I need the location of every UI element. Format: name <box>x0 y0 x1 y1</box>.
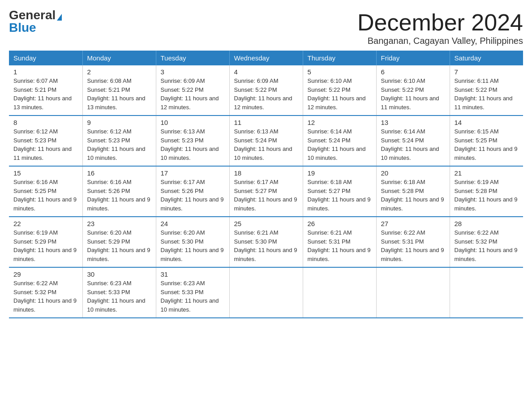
day-number: 24 <box>161 220 225 227</box>
day-info: Sunrise: 6:22 AMSunset: 5:31 PMDaylight:… <box>381 228 445 263</box>
week-row-3: 15Sunrise: 6:16 AMSunset: 5:25 PMDayligh… <box>9 166 523 217</box>
day-info: Sunrise: 6:21 AMSunset: 5:30 PMDaylight:… <box>234 228 298 263</box>
logo: General Blue <box>9 9 62 34</box>
day-cell: 20Sunrise: 6:18 AMSunset: 5:28 PMDayligh… <box>376 166 450 217</box>
day-info: Sunrise: 6:22 AMSunset: 5:32 PMDaylight:… <box>13 279 78 314</box>
day-number: 30 <box>87 270 151 278</box>
day-number: 8 <box>13 119 78 126</box>
day-number: 13 <box>381 119 445 126</box>
day-number: 26 <box>308 220 372 227</box>
day-number: 17 <box>161 169 225 177</box>
day-number: 2 <box>87 68 151 76</box>
day-number: 6 <box>381 68 445 76</box>
day-cell: 24Sunrise: 6:20 AMSunset: 5:30 PMDayligh… <box>156 217 229 267</box>
day-number: 11 <box>234 119 298 126</box>
day-number: 23 <box>87 220 151 227</box>
day-cell: 2Sunrise: 6:08 AMSunset: 5:21 PMDaylight… <box>82 65 156 116</box>
day-cell <box>376 267 450 318</box>
day-info: Sunrise: 6:16 AMSunset: 5:25 PMDaylight:… <box>13 178 78 213</box>
day-number: 5 <box>308 68 372 76</box>
logo-bottom-row: Blue <box>9 21 36 34</box>
header-wednesday: Wednesday <box>229 51 303 65</box>
day-cell: 3Sunrise: 6:09 AMSunset: 5:22 PMDaylight… <box>156 65 229 116</box>
day-cell: 22Sunrise: 6:19 AMSunset: 5:29 PMDayligh… <box>9 217 82 267</box>
day-number: 31 <box>161 270 225 278</box>
month-title: December 2024 <box>357 9 523 36</box>
day-number: 9 <box>87 119 151 126</box>
header-monday: Monday <box>82 51 156 65</box>
day-info: Sunrise: 6:21 AMSunset: 5:31 PMDaylight:… <box>308 228 372 263</box>
day-cell: 26Sunrise: 6:21 AMSunset: 5:31 PMDayligh… <box>303 217 376 267</box>
title-section: December 2024 Banganan, Cagayan Valley, … <box>357 9 523 46</box>
header-friday: Friday <box>376 51 450 65</box>
day-cell <box>229 267 303 318</box>
day-cell: 14Sunrise: 6:15 AMSunset: 5:25 PMDayligh… <box>450 116 523 166</box>
logo-triangle-icon <box>57 14 62 21</box>
day-number: 7 <box>455 68 519 76</box>
day-info: Sunrise: 6:13 AMSunset: 5:24 PMDaylight:… <box>234 127 298 162</box>
week-row-1: 1Sunrise: 6:07 AMSunset: 5:21 PMDaylight… <box>9 65 523 116</box>
day-cell: 23Sunrise: 6:20 AMSunset: 5:29 PMDayligh… <box>82 217 156 267</box>
day-cell <box>450 267 523 318</box>
day-info: Sunrise: 6:12 AMSunset: 5:23 PMDaylight:… <box>13 127 78 162</box>
day-info: Sunrise: 6:18 AMSunset: 5:28 PMDaylight:… <box>381 178 445 213</box>
day-cell: 11Sunrise: 6:13 AMSunset: 5:24 PMDayligh… <box>229 116 303 166</box>
day-cell: 25Sunrise: 6:21 AMSunset: 5:30 PMDayligh… <box>229 217 303 267</box>
location: Banganan, Cagayan Valley, Philippines <box>357 36 523 46</box>
day-number: 15 <box>13 169 78 177</box>
day-number: 28 <box>455 220 519 227</box>
day-cell: 5Sunrise: 6:10 AMSunset: 5:22 PMDaylight… <box>303 65 376 116</box>
day-number: 19 <box>308 169 372 177</box>
logo-general-text: General <box>9 8 56 22</box>
day-number: 3 <box>161 68 225 76</box>
day-info: Sunrise: 6:19 AMSunset: 5:29 PMDaylight:… <box>13 228 78 263</box>
day-number: 20 <box>381 169 445 177</box>
day-cell: 13Sunrise: 6:14 AMSunset: 5:24 PMDayligh… <box>376 116 450 166</box>
day-info: Sunrise: 6:14 AMSunset: 5:24 PMDaylight:… <box>381 127 445 162</box>
day-number: 29 <box>13 270 78 278</box>
day-number: 14 <box>455 119 519 126</box>
day-number: 22 <box>13 220 78 227</box>
day-cell: 8Sunrise: 6:12 AMSunset: 5:23 PMDaylight… <box>9 116 82 166</box>
logo-top-row: General <box>9 9 62 21</box>
day-cell: 19Sunrise: 6:18 AMSunset: 5:27 PMDayligh… <box>303 166 376 217</box>
day-cell: 12Sunrise: 6:14 AMSunset: 5:24 PMDayligh… <box>303 116 376 166</box>
day-info: Sunrise: 6:23 AMSunset: 5:33 PMDaylight:… <box>87 279 151 314</box>
day-number: 1 <box>13 68 78 76</box>
header-saturday: Saturday <box>450 51 523 65</box>
day-info: Sunrise: 6:17 AMSunset: 5:27 PMDaylight:… <box>234 178 298 213</box>
day-cell: 28Sunrise: 6:22 AMSunset: 5:32 PMDayligh… <box>450 217 523 267</box>
header-tuesday: Tuesday <box>156 51 229 65</box>
day-cell: 10Sunrise: 6:13 AMSunset: 5:23 PMDayligh… <box>156 116 229 166</box>
page-header: General Blue December 2024 Banganan, Cag… <box>9 9 523 46</box>
day-cell: 9Sunrise: 6:12 AMSunset: 5:23 PMDaylight… <box>82 116 156 166</box>
week-row-2: 8Sunrise: 6:12 AMSunset: 5:23 PMDaylight… <box>9 116 523 166</box>
day-info: Sunrise: 6:09 AMSunset: 5:22 PMDaylight:… <box>161 77 225 111</box>
day-info: Sunrise: 6:09 AMSunset: 5:22 PMDaylight:… <box>234 77 298 111</box>
day-number: 21 <box>455 169 519 177</box>
day-cell: 30Sunrise: 6:23 AMSunset: 5:33 PMDayligh… <box>82 267 156 318</box>
day-info: Sunrise: 6:17 AMSunset: 5:26 PMDaylight:… <box>161 178 225 213</box>
day-number: 10 <box>161 119 225 126</box>
day-cell: 1Sunrise: 6:07 AMSunset: 5:21 PMDaylight… <box>9 65 82 116</box>
day-cell: 15Sunrise: 6:16 AMSunset: 5:25 PMDayligh… <box>9 166 82 217</box>
calendar-table: SundayMondayTuesdayWednesdayThursdayFrid… <box>9 51 523 318</box>
day-info: Sunrise: 6:14 AMSunset: 5:24 PMDaylight:… <box>308 127 372 162</box>
day-cell: 21Sunrise: 6:19 AMSunset: 5:28 PMDayligh… <box>450 166 523 217</box>
day-number: 18 <box>234 169 298 177</box>
header-thursday: Thursday <box>303 51 376 65</box>
day-cell: 6Sunrise: 6:10 AMSunset: 5:22 PMDaylight… <box>376 65 450 116</box>
day-info: Sunrise: 6:19 AMSunset: 5:28 PMDaylight:… <box>455 178 519 213</box>
day-info: Sunrise: 6:20 AMSunset: 5:30 PMDaylight:… <box>161 228 225 263</box>
day-info: Sunrise: 6:18 AMSunset: 5:27 PMDaylight:… <box>308 178 372 213</box>
day-info: Sunrise: 6:20 AMSunset: 5:29 PMDaylight:… <box>87 228 151 263</box>
day-cell: 16Sunrise: 6:16 AMSunset: 5:26 PMDayligh… <box>82 166 156 217</box>
day-info: Sunrise: 6:13 AMSunset: 5:23 PMDaylight:… <box>161 127 225 162</box>
day-cell <box>303 267 376 318</box>
day-cell: 31Sunrise: 6:23 AMSunset: 5:33 PMDayligh… <box>156 267 229 318</box>
day-info: Sunrise: 6:10 AMSunset: 5:22 PMDaylight:… <box>381 77 445 111</box>
day-cell: 7Sunrise: 6:11 AMSunset: 5:22 PMDaylight… <box>450 65 523 116</box>
day-number: 12 <box>308 119 372 126</box>
day-info: Sunrise: 6:22 AMSunset: 5:32 PMDaylight:… <box>455 228 519 263</box>
logo-blue-text: Blue <box>9 21 36 34</box>
